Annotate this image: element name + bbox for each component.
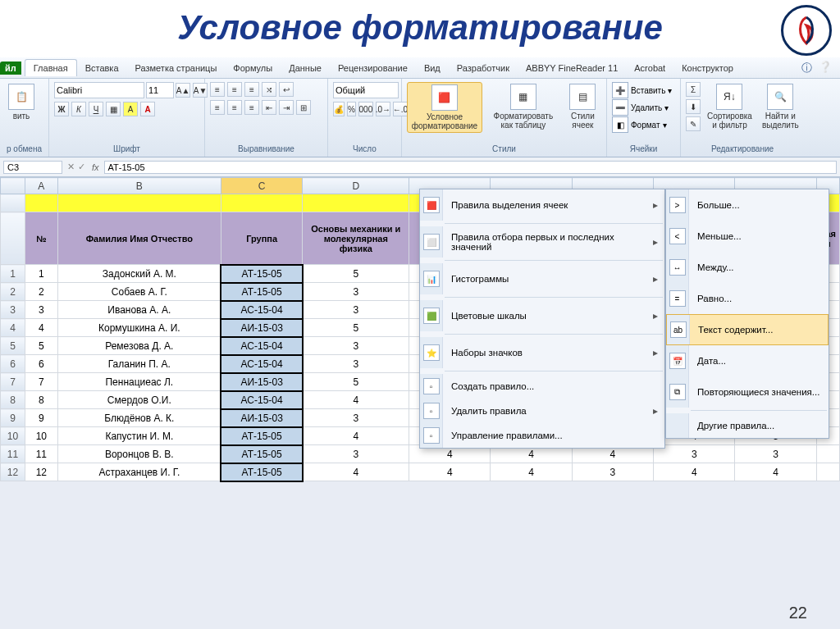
menu-item[interactable]: ▫Создать правило... [420, 374, 664, 399]
header-fio: Фамилия Имя Отчество [57, 212, 221, 265]
paste-button[interactable]: 📋вить [5, 82, 38, 122]
font-size-select[interactable] [146, 82, 174, 98]
group-label-alignment: Выравнивание [210, 143, 322, 153]
align-right-icon[interactable]: ≡ [244, 100, 259, 115]
inc-decimal-icon[interactable]: .0→ [376, 102, 390, 116]
menu-item[interactable]: 📅Дата... [666, 345, 829, 376]
align-bot-icon[interactable]: ≡ [244, 82, 259, 97]
comma-icon[interactable]: 000 [358, 102, 373, 116]
menu-item[interactable]: 📊Гистограммы▸ [420, 263, 664, 294]
format-cells-button[interactable]: ◧Формат▾ [612, 116, 675, 133]
font-name-select[interactable] [54, 82, 144, 98]
format-icon: ◧ [612, 116, 628, 133]
menu-item[interactable]: ⧉Повторяющиеся значения... [666, 376, 829, 408]
clear-icon[interactable]: ✎ [686, 116, 701, 131]
merge-icon[interactable]: ⊞ [296, 100, 311, 115]
group-label-number: Число [333, 143, 396, 153]
format-as-table-button[interactable]: ▦Форматировать как таблицу [486, 82, 561, 131]
cancel-icon[interactable]: ✕ [66, 162, 76, 172]
col-header-d[interactable]: D [303, 178, 409, 194]
indent-dec-icon[interactable]: ⇤ [262, 100, 276, 115]
tab-layout[interactable]: Разметка страницы [127, 60, 226, 76]
conditional-formatting-button[interactable]: 🟥Условное форматирование [407, 82, 482, 133]
orientation-icon[interactable]: ⤭ [262, 82, 276, 97]
tab-home[interactable]: Главная [25, 59, 77, 76]
tab-formulas[interactable]: Формулы [225, 60, 281, 76]
tab-abbyy[interactable]: ABBYY FineReader 11 [518, 60, 626, 76]
formula-bar: C3 ✕ ✓ fx АТ-15-05 [0, 157, 840, 177]
underline-button[interactable]: Ч [89, 102, 103, 116]
highlight-rules-submenu: >Больше...<Меньше...↔Между...=Равно...ab… [665, 189, 829, 439]
enter-icon[interactable]: ✓ [76, 162, 87, 172]
group-label-clipboard: р обмена [5, 143, 43, 153]
align-center-icon[interactable]: ≡ [227, 100, 242, 115]
formula-input[interactable]: АТ-15-05 [104, 161, 837, 174]
header-group: Группа [221, 212, 303, 265]
menu-item[interactable]: <Меньше... [666, 221, 829, 252]
logo-icon [781, 5, 832, 56]
file-tab[interactable]: йл [0, 62, 21, 75]
bold-button[interactable]: Ж [54, 102, 69, 116]
insert-icon: ➕ [612, 82, 628, 98]
col-header-c[interactable]: C [221, 178, 303, 194]
menu-item[interactable]: 🟥Правила выделения ячеек▸ [420, 189, 664, 221]
align-left-icon[interactable]: ≡ [210, 100, 225, 115]
find-select-button[interactable]: 🔍Найти и выделить [759, 82, 802, 131]
tab-developer[interactable]: Разработчик [449, 60, 518, 76]
currency-icon[interactable]: 💰 [333, 102, 345, 116]
menu-item[interactable]: abТекст содержит... [666, 314, 829, 345]
menu-item[interactable]: ▫Удалить правила▸ [420, 399, 664, 423]
select-all-corner[interactable] [1, 178, 25, 194]
align-top-icon[interactable]: ≡ [210, 82, 225, 97]
menu-item[interactable]: >Больше... [666, 189, 829, 221]
wrap-text-icon[interactable]: ↩ [279, 82, 294, 97]
insert-cells-button[interactable]: ➕Вставить▾ [612, 82, 675, 98]
menu-item[interactable]: =Равно... [666, 283, 829, 314]
sort-filter-button[interactable]: Я↓Сортировка и фильтр [704, 82, 756, 131]
group-label-cells: Ячейки [612, 143, 675, 153]
menu-item[interactable]: ⭐Наборы значков▸ [420, 337, 664, 368]
border-button[interactable]: ▦ [106, 102, 121, 116]
grow-font-icon[interactable]: A▲ [176, 83, 190, 98]
tab-insert[interactable]: Вставка [77, 60, 127, 76]
menu-other-rules[interactable]: Другие правила... [666, 413, 829, 438]
group-label-font: Шрифт [54, 143, 199, 153]
group-number: 💰 % 000 .0→ ←.0 Число [328, 79, 402, 157]
delete-icon: ➖ [612, 99, 628, 116]
name-box[interactable]: C3 [3, 161, 62, 174]
conditional-formatting-icon: 🟥 [431, 84, 458, 111]
page-number: 22 [789, 604, 807, 622]
col-header-a[interactable]: A [25, 178, 57, 194]
menu-item[interactable]: ↔Между... [666, 252, 829, 283]
tab-acrobat[interactable]: Acrobat [626, 60, 673, 76]
fill-color-button[interactable]: A [123, 102, 138, 116]
number-format-select[interactable] [333, 82, 399, 98]
tab-data[interactable]: Данные [281, 60, 330, 76]
help-icon[interactable]: ❔ [819, 61, 832, 75]
tab-review[interactable]: Рецензирование [330, 60, 416, 76]
fill-icon[interactable]: ⬇ [686, 99, 701, 114]
align-mid-icon[interactable]: ≡ [227, 82, 242, 97]
italic-button[interactable]: К [71, 102, 86, 116]
menu-item[interactable]: ▫Управление правилами... [420, 423, 664, 448]
delete-cells-button[interactable]: ➖Удалить▾ [612, 99, 675, 116]
menu-item[interactable]: 🟩Цветовые шкалы▸ [420, 300, 664, 331]
menu-item[interactable]: ⬜Правила отбора первых и последних значе… [420, 226, 664, 258]
table-row[interactable]: 1212Астраханцев И. Г.АТ-15-05444344 [1, 463, 840, 481]
autosum-icon[interactable]: Σ [686, 82, 701, 97]
col-header-b[interactable]: B [57, 178, 221, 194]
header-num: № [25, 212, 57, 265]
sort-icon: Я↓ [716, 84, 742, 110]
fx-icon[interactable]: fx [87, 162, 104, 172]
tab-designer[interactable]: Конструктор [673, 60, 742, 76]
font-color-button[interactable]: A [140, 102, 155, 116]
cell-styles-button[interactable]: ▤Стили ячеек [564, 82, 601, 131]
minimize-ribbon-icon[interactable]: ⓘ [801, 61, 812, 75]
conditional-formatting-menu: 🟥Правила выделения ячеек▸⬜Правила отбора… [419, 189, 665, 449]
ribbon-tabs: йл Главная Вставка Разметка страницы Фор… [0, 57, 840, 79]
header-subj1: Основы механики и молекулярная физика [303, 212, 409, 265]
tab-view[interactable]: Вид [416, 60, 449, 76]
group-alignment: ≡≡≡ ⤭ ↩ ≡≡≡ ⇤⇥ ⊞ Выравнивание [205, 79, 328, 157]
percent-icon[interactable]: % [347, 102, 356, 116]
indent-inc-icon[interactable]: ⇥ [279, 100, 294, 115]
